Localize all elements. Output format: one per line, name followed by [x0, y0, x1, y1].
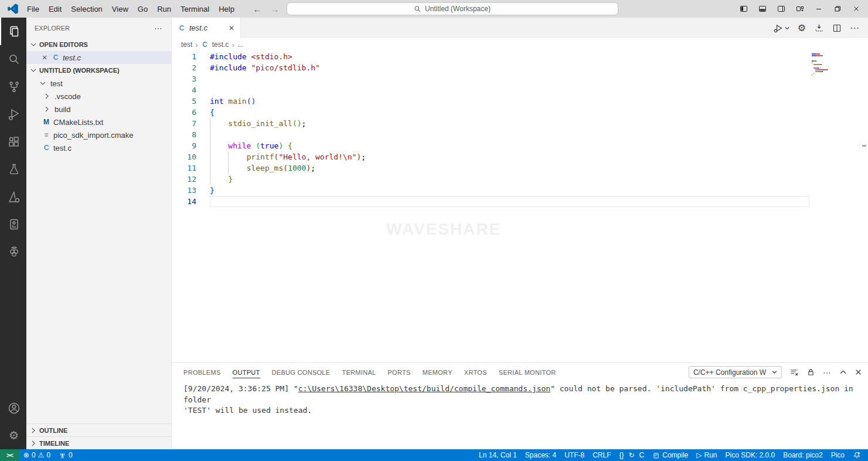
flash-download-icon[interactable] — [814, 23, 824, 33]
cmake-tools-icon[interactable] — [0, 183, 26, 211]
notifications-bell[interactable] — [849, 451, 868, 459]
configure-gear-icon[interactable]: ⚙ — [798, 22, 806, 33]
panel-tab-xrtos[interactable]: XRTOS — [458, 363, 493, 381]
indentation[interactable]: Spaces: 4 — [521, 451, 560, 459]
remote-indicator[interactable]: >< — [0, 449, 19, 461]
code-line-12[interactable]: 12 } — [172, 174, 868, 185]
cursor-position[interactable]: Ln 14, Col 1 — [475, 451, 521, 459]
tree-item--vscode[interactable]: .vscode — [26, 90, 171, 103]
compile-button[interactable]: Compile — [648, 451, 692, 459]
close-panel-icon[interactable] — [855, 368, 862, 376]
code-line-5[interactable]: 5int main() — [172, 96, 868, 107]
tree-item-test-c[interactable]: Ctest.c — [26, 141, 171, 154]
close-window-button[interactable] — [848, 1, 864, 16]
navigate-back-icon[interactable]: ← — [251, 4, 264, 14]
menu-run[interactable]: Run — [152, 5, 176, 13]
breadcrumb-file[interactable]: test.c — [212, 40, 229, 49]
code-line-9[interactable]: 9 while (true) { — [172, 140, 868, 151]
code-line-14[interactable]: 14 — [172, 196, 868, 207]
source-control-icon[interactable] — [0, 73, 26, 100]
code-line-4[interactable]: 4 — [172, 84, 868, 96]
language-mode[interactable]: {} ↻ C — [615, 451, 649, 459]
breadcrumb-symbol[interactable]: ... — [237, 40, 243, 49]
restore-button[interactable] — [829, 1, 846, 16]
code-line-11[interactable]: 11 sleep_ms(1000); — [172, 162, 868, 174]
command-center-search[interactable]: Untitled (Workspace) — [287, 2, 618, 15]
outline-section-header[interactable]: OUTLINE — [26, 423, 171, 436]
open-editor-item-test-c[interactable]: ✕ C test.c — [26, 51, 171, 64]
panel-tab-output[interactable]: OUTPUT — [227, 363, 266, 381]
tree-item-test[interactable]: test — [26, 77, 171, 90]
tab-close-icon[interactable]: ✕ — [229, 24, 234, 32]
toggle-secondary-sidebar-icon[interactable] — [773, 1, 789, 16]
run-button[interactable]: ▷ Run — [692, 451, 721, 459]
tab-test-c[interactable]: C test.c ✕ — [172, 18, 241, 38]
split-editor-icon[interactable] — [832, 23, 842, 33]
line-number: 14 — [172, 196, 196, 207]
code-line-6[interactable]: 6{ — [172, 107, 868, 118]
eol-sequence[interactable]: CRLF — [588, 451, 615, 459]
minimize-button[interactable] — [811, 1, 827, 16]
close-editor-icon[interactable]: ✕ — [40, 54, 49, 62]
ports-forwarded-indicator[interactable]: 0 — [55, 449, 77, 461]
tree-item-pico-sdk-import-cmake[interactable]: ≡pico_sdk_import.cmake — [26, 128, 171, 141]
minimap[interactable] — [812, 53, 840, 78]
code-line-3[interactable]: 3 — [172, 73, 868, 84]
raspberry-pi-icon[interactable] — [0, 238, 26, 266]
timeline-section-header[interactable]: TIMELINE — [26, 436, 171, 449]
panel-tab-debug-console[interactable]: DEBUG CONSOLE — [266, 363, 336, 381]
workspace-section-header[interactable]: UNTITLED (WORKSPACE) — [26, 64, 171, 77]
panel-tab-ports[interactable]: PORTS — [382, 363, 416, 381]
search-view-icon[interactable] — [0, 45, 26, 73]
panel-more-actions-icon[interactable]: ⋯ — [823, 368, 832, 377]
menu-view[interactable]: View — [107, 5, 133, 13]
toggle-panel-icon[interactable] — [754, 1, 771, 16]
output-channel-dropdown[interactable]: C/C++ Configuration W — [689, 366, 782, 378]
run-and-debug-icon[interactable] — [0, 100, 26, 128]
pico-status[interactable]: Pico — [827, 451, 849, 459]
pico-sdk-version[interactable]: Pico SDK: 2.0.0 — [721, 451, 780, 459]
board-selector[interactable]: Board: pico2 — [779, 451, 826, 459]
menu-edit[interactable]: Edit — [44, 5, 66, 13]
lock-scroll-icon[interactable] — [806, 368, 815, 377]
open-editors-section-header[interactable]: OPEN EDITORS — [26, 38, 171, 51]
panel-tab-serial-monitor[interactable]: SERIAL MONITOR — [493, 363, 562, 381]
code-editor[interactable]: 1#include <stdio.h>2#include "pico/stdli… — [172, 51, 868, 362]
code-line-10[interactable]: 10 printf("Hello, world!\n"); — [172, 151, 868, 162]
tree-item-cmakelists-txt[interactable]: MCMakeLists.txt — [26, 116, 171, 128]
menu-terminal[interactable]: Terminal — [176, 5, 214, 13]
account-icon[interactable] — [0, 394, 26, 422]
code-line-8[interactable]: 8 — [172, 129, 868, 140]
maximize-panel-icon[interactable] — [839, 368, 847, 376]
explorer-icon[interactable] — [0, 18, 26, 45]
panel-tab-problems[interactable]: PROBLEMS — [178, 363, 227, 381]
clear-output-icon[interactable] — [789, 368, 799, 377]
menu-selection[interactable]: Selection — [66, 5, 107, 13]
code-line-2[interactable]: 2#include "pico/stdlib.h" — [172, 62, 868, 73]
panel-tab-memory[interactable]: MEMORY — [417, 363, 458, 381]
menu-file[interactable]: File — [22, 5, 44, 13]
menu-help[interactable]: Help — [214, 5, 239, 13]
navigate-forward-icon[interactable]: → — [269, 4, 281, 14]
explorer-more-actions-icon[interactable]: ⋯ — [154, 23, 163, 33]
pico-project-icon[interactable] — [0, 211, 26, 238]
output-file-link[interactable]: c:\Users\16338\Desktop\test/build/compil… — [298, 384, 550, 393]
panel-tab-terminal[interactable]: TERMINAL — [336, 363, 382, 381]
run-or-debug-button[interactable] — [773, 23, 789, 33]
more-actions-icon[interactable]: ⋯ — [850, 22, 860, 33]
menu-go[interactable]: Go — [133, 5, 152, 13]
output-line: 'TEST' will be used instead. — [183, 405, 862, 416]
problems-indicator[interactable]: ⊗0 ⚠0 — [19, 449, 55, 461]
customize-layout-icon[interactable] — [792, 1, 808, 16]
extensions-icon[interactable] — [0, 128, 26, 155]
code-line-13[interactable]: 13} — [172, 185, 868, 196]
toggle-primary-sidebar-icon[interactable] — [736, 1, 752, 16]
code-line-7[interactable]: 7 stdio_init_all(); — [172, 118, 868, 129]
menu-bar: FileEditSelectionViewGoRunTerminalHelp — [22, 5, 239, 13]
encoding[interactable]: UTF-8 — [560, 451, 588, 459]
testing-icon[interactable] — [0, 155, 26, 183]
code-line-1[interactable]: 1#include <stdio.h> — [172, 51, 868, 62]
breadcrumb-folder[interactable]: test — [181, 40, 192, 49]
settings-gear-icon[interactable]: ⚙ — [0, 422, 26, 449]
tree-item-build[interactable]: build — [26, 103, 171, 116]
